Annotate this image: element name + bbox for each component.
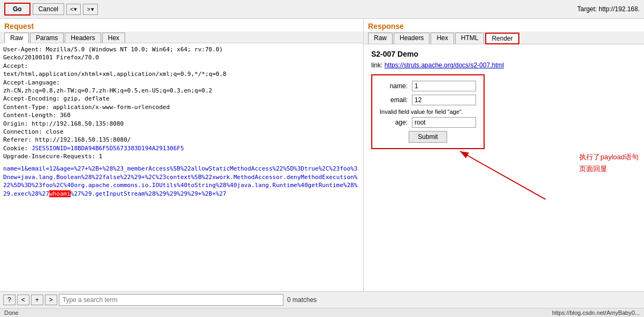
- request-panel: Request Raw Params Headers Hex User-Agen…: [0, 19, 364, 291]
- search-next-button[interactable]: >: [45, 295, 57, 305]
- status-bar: Done https://blog.csdn.net/AmyBaby0...: [0, 308, 644, 317]
- back-icon: <: [70, 6, 73, 12]
- render-link-row: link: https://struts.apache.org/docs/s2-…: [371, 61, 637, 69]
- tab-raw-response[interactable]: Raw: [368, 33, 393, 44]
- search-bar: ? < + > 0 matches: [0, 291, 644, 308]
- form-box: name: email: Invalid field value for fie…: [371, 74, 485, 149]
- tab-hex-request[interactable]: Hex: [102, 33, 125, 43]
- response-panel: Response Raw Headers Hex HTML Render S2-…: [364, 19, 644, 291]
- form-error-msg: Invalid field value for field "age".: [380, 109, 476, 115]
- response-wrapper: S2-007 Demo link: https://struts.apache.…: [364, 44, 644, 291]
- render-link[interactable]: https://struts.apache.org/docs/s2-007.ht…: [385, 61, 504, 69]
- request-content[interactable]: User-Agent: Mozilla/5.0 (Windows NT 10.0…: [0, 43, 363, 291]
- annotation: 执行了payload语句 页面回显: [579, 151, 639, 175]
- age-input[interactable]: [412, 117, 476, 128]
- cancel-button[interactable]: Cancel: [33, 3, 64, 15]
- status-left: Done: [4, 310, 18, 316]
- tab-headers-request[interactable]: Headers: [65, 33, 101, 43]
- submit-button[interactable]: Submit: [409, 131, 447, 143]
- cookie-value: JSESSIONID=18BDA94B6F5D5673383D194A29130…: [32, 145, 184, 152]
- search-input[interactable]: [59, 294, 283, 306]
- tab-headers-response[interactable]: Headers: [394, 33, 430, 44]
- toolbar: Go Cancel < ▾ > ▾ Target: http://192.168…: [0, 0, 644, 19]
- form-row-email: email:: [380, 95, 476, 105]
- form-row-name: name:: [380, 81, 476, 91]
- form-row-age: age:: [380, 117, 476, 128]
- request-payload: name=1&email=12&age=%27+%2B+%28%23_membe…: [3, 165, 360, 198]
- target-url: Target: http://192.168.: [577, 5, 640, 13]
- back-button[interactable]: < ▾: [66, 4, 81, 15]
- go-button[interactable]: Go: [4, 3, 30, 16]
- response-title: Response: [364, 19, 644, 32]
- form-submit-row: Submit: [380, 131, 476, 143]
- forward-button[interactable]: > ▾: [83, 4, 97, 15]
- tab-raw-request[interactable]: Raw: [4, 33, 29, 43]
- response-tabs: Raw Headers Hex HTML Render: [364, 32, 644, 44]
- search-help-button[interactable]: ?: [3, 295, 16, 305]
- annotation-line2: 页面回显: [579, 163, 639, 175]
- annotation-line1: 执行了payload语句: [579, 151, 639, 163]
- tab-html-response[interactable]: HTML: [455, 33, 485, 44]
- tab-params-request[interactable]: Params: [30, 33, 64, 43]
- payload-highlight: whoami: [49, 190, 71, 197]
- search-prev-button[interactable]: <: [17, 295, 29, 305]
- forward-dropdown-icon: ▾: [91, 6, 94, 13]
- request-title: Request: [0, 19, 363, 32]
- status-right: https://blog.csdn.net/AmyBaby0...: [552, 310, 640, 316]
- render-page-title: S2-007 Demo: [371, 50, 637, 58]
- back-dropdown-icon: ▾: [74, 6, 77, 13]
- email-input[interactable]: [412, 95, 476, 105]
- forward-icon: >: [87, 6, 90, 12]
- search-add-button[interactable]: +: [31, 295, 43, 305]
- tab-hex-response[interactable]: Hex: [431, 33, 454, 44]
- request-headers: User-Agent: Mozilla/5.0 (Windows NT 10.0…: [3, 45, 360, 160]
- match-count: 0 matches: [287, 296, 317, 304]
- age-label: age:: [380, 119, 412, 126]
- request-tabs: Raw Params Headers Hex: [0, 32, 363, 43]
- email-label: email:: [380, 96, 412, 104]
- name-input[interactable]: [412, 81, 476, 91]
- name-label: name:: [380, 82, 412, 90]
- tab-render-response[interactable]: Render: [485, 33, 519, 44]
